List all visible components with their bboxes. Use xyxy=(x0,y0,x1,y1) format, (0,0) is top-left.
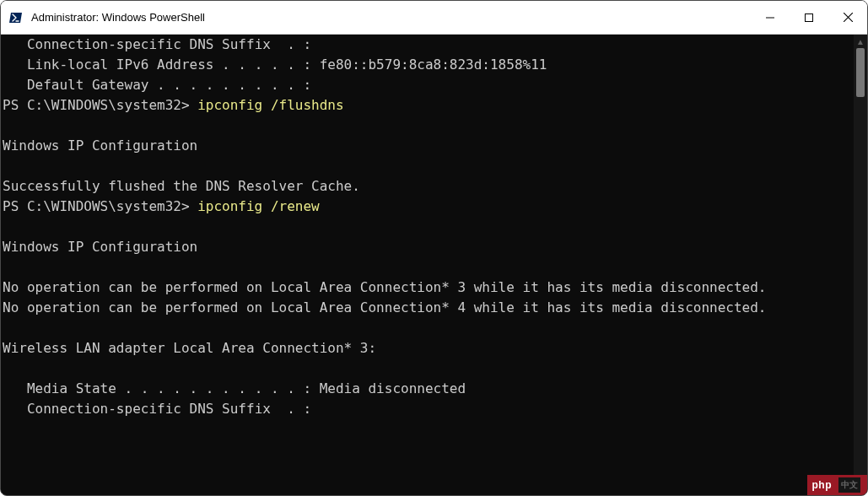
output-line: Successfully flushed the DNS Resolver Ca… xyxy=(3,178,360,194)
watermark-cn-icon: 中文 xyxy=(838,477,860,493)
maximize-button[interactable] xyxy=(790,1,828,35)
scroll-thumb[interactable] xyxy=(856,48,865,97)
console-output[interactable]: Connection-specific DNS Suffix . : Link-… xyxy=(1,35,854,495)
prompt-text: PS C:\WINDOWS\system32> xyxy=(3,198,197,214)
output-line: No operation can be performed on Local A… xyxy=(3,299,766,315)
close-button[interactable] xyxy=(828,1,867,35)
powershell-window: Administrator: Windows PowerShell Connec… xyxy=(0,0,868,496)
command-text: ipconfig /flushdns xyxy=(197,97,343,113)
output-line: Link-local IPv6 Address . . . . . : fe80… xyxy=(3,57,547,73)
output-line: Connection-specific DNS Suffix . : xyxy=(3,401,311,417)
output-line: No operation can be performed on Local A… xyxy=(3,279,766,295)
svg-rect-0 xyxy=(806,13,813,21)
prompt-text: PS C:\WINDOWS\system32> xyxy=(3,97,197,113)
scroll-up-arrow-icon[interactable]: ▲ xyxy=(854,35,867,48)
output-line: Windows IP Configuration xyxy=(3,239,197,255)
output-line: Connection-specific DNS Suffix . : xyxy=(3,36,311,52)
window-title: Administrator: Windows PowerShell xyxy=(31,11,205,24)
vertical-scrollbar[interactable]: ▲ ▼ xyxy=(854,35,867,495)
watermark-badge: php 中文 xyxy=(807,475,868,495)
output-line: Default Gateway . . . . . . . . . : xyxy=(3,77,311,93)
output-line: Wireless LAN adapter Local Area Connecti… xyxy=(3,340,376,356)
powershell-icon xyxy=(9,11,23,24)
command-text: ipconfig /renew xyxy=(197,198,320,214)
output-line: Windows IP Configuration xyxy=(3,137,197,154)
minimize-button[interactable] xyxy=(751,1,790,35)
scroll-track[interactable] xyxy=(854,48,867,482)
titlebar[interactable]: Administrator: Windows PowerShell xyxy=(1,1,867,35)
watermark-text: php xyxy=(812,479,833,491)
output-line: Media State . . . . . . . . . . . : Medi… xyxy=(3,380,466,396)
client-area: Connection-specific DNS Suffix . : Link-… xyxy=(1,35,867,495)
